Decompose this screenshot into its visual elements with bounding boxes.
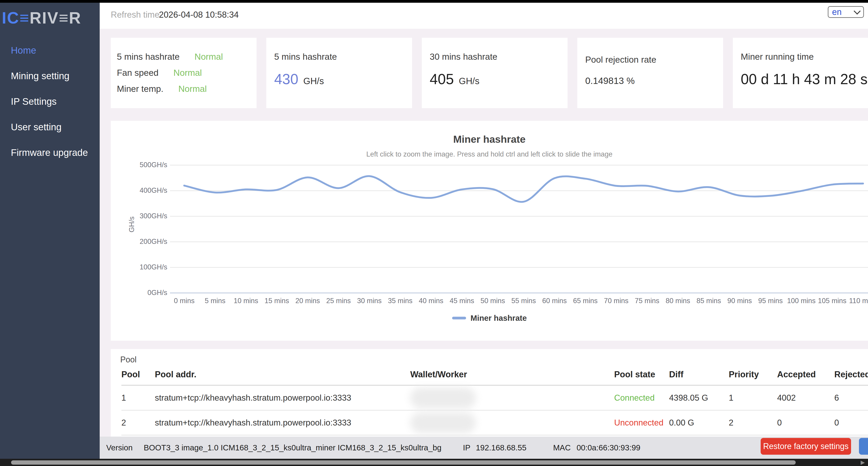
legend-line-marker [452,317,466,319]
pool-cell: 6 [834,385,868,410]
partial-blue-button[interactable] [859,438,868,455]
pool-table: PoolPool addr.Wallet/WorkerPool stateDif… [121,364,868,435]
y-tick-label: 100GH/s [111,263,167,271]
pool-cell: 0 [834,410,868,435]
mac-value: 00:0a:66:30:93:99 [577,443,640,452]
pool-col-header: Diff [669,364,729,385]
table-row: 1stratum+tcp://kheavyhash.stratum.powerp… [121,385,868,410]
x-tick-label: 110 mins [844,297,868,305]
pool-cell: 4398.05 G [669,385,729,410]
card-5min-hashrate: 5 mins hashrate 430 GH/s [266,38,412,108]
status-card: 5 mins hashrate Normal Fan speed Normal … [111,38,256,108]
hashrate-chart-panel[interactable]: Miner hashrate Left click to zoom the im… [111,121,868,341]
card-label: Miner running time [741,52,868,62]
pool-cell: 0 [777,410,834,435]
pool-col-header: Rejected [834,364,868,385]
pool-cell: 4002 [777,385,834,410]
topbar: Refresh time 2026-04-08 10:58:34 en [100,3,868,29]
pool-col-header: Pool addr. [155,364,410,385]
y-tick-label: 300GH/s [111,212,167,220]
status-label: Fan speed [117,68,158,78]
pool-cell: 0.00 G [669,410,729,435]
card-unit: GH/s [459,76,479,86]
language-select[interactable]: en [828,6,864,18]
mac-label: MAC [553,443,571,452]
y-axis-name: GH/s [128,216,136,233]
restore-factory-settings-button[interactable]: Restore factory settings [761,438,851,455]
sidebar-menu: HomeMining settingIP SettingsUser settin… [11,45,88,173]
pool-cell: 1 [729,385,777,410]
table-row: 2stratum+tcp://kheavyhash.stratum.powerp… [121,410,868,435]
top-strip [0,0,868,3]
pool-cell: 2 [121,410,155,435]
sidebar-item-mining-setting[interactable]: Mining setting [11,70,88,82]
pool-cell: stratum+tcp://kheavyhash.stratum.powerpo… [155,410,410,435]
status-badge: Normal [174,68,202,78]
pool-col-header: Accepted [777,364,834,385]
y-tick-label: 0GH/s [111,289,167,297]
status-badge: Normal [194,52,223,62]
pool-state-cell: Connected [614,385,669,410]
pool-col-header: Priority [729,364,777,385]
refresh-time-label: Refresh time [111,10,159,20]
pool-col-header: Wallet/Worker [410,364,614,385]
pool-cell: 2 [729,410,777,435]
status-row-fan: Fan speed Normal [117,68,256,78]
language-value: en [832,7,842,17]
card-pool-rejection: Pool rejection rate 0.149813 % [577,38,723,108]
chevron-down-icon [854,7,861,14]
status-label: 5 mins hashrate [117,52,180,62]
pool-section-title: Pool [120,355,136,365]
iceriver-logo: IC≡RIV≡R [2,8,81,27]
status-row-temp: Miner temp. Normal [117,84,256,94]
card-value: 430 [274,71,298,88]
pool-table-header-row: PoolPool addr.Wallet/WorkerPool stateDif… [121,364,868,385]
version-label: Version [106,443,133,452]
pool-state-cell: Unconnected [614,410,669,435]
y-tick-label: 200GH/s [111,237,167,246]
pool-col-header: Pool [121,364,155,385]
sidebar-item-ip-settings[interactable]: IP Settings [11,96,88,107]
sidebar: IC≡RIV≡R HomeMining settingIP SettingsUs… [0,3,100,459]
card-unit: GH/s [303,76,324,86]
card-value: 405 [430,71,454,88]
card-label: 30 mins hashrate [430,52,567,62]
wallet-redacted-blur [410,387,476,408]
hashrate-line-chart[interactable] [111,121,868,341]
ip-label: IP [463,443,470,452]
status-label: Miner temp. [117,84,163,94]
card-value: 0.149813 % [585,76,635,86]
screen: IC≡RIV≡R HomeMining settingIP SettingsUs… [0,0,868,466]
chart-legend[interactable]: Miner hashrate [111,314,868,323]
card-value: 00 d 11 h 43 m 28 s [741,71,868,88]
version-bar: Version BOOT3_3 image_1.0 ICM168_3_2_15_… [100,437,868,459]
pool-cell: stratum+tcp://kheavyhash.stratum.powerpo… [155,385,410,410]
status-badge: Normal [178,84,207,94]
pool-cell: 1 [121,385,155,410]
card-label: Pool rejection rate [585,52,723,65]
sidebar-item-user-setting[interactable]: User setting [11,121,88,133]
scrollbar-thumb[interactable] [11,460,796,465]
pool-col-header: Pool state [614,364,669,385]
horizontal-scrollbar[interactable]: ▶ [0,459,868,466]
version-value: BOOT3_3 image_1.0 ICM168_3_2_15_ks0ultra… [144,443,441,452]
sidebar-item-firmware-upgrade[interactable]: Firmware upgrade [11,147,88,158]
wallet-worker-cell [410,410,614,435]
logo-blue-part: IC≡ [2,9,30,27]
ip-value: 192.168.68.55 [476,443,526,452]
card-label: 5 mins hashrate [274,52,412,62]
status-row-hashrate: 5 mins hashrate Normal [117,52,256,62]
sidebar-item-home[interactable]: Home [11,45,88,56]
card-running-time: Miner running time 00 d 11 h 43 m 28 s [733,38,868,108]
refresh-time-value: 2026-04-08 10:58:34 [159,10,239,20]
card-30min-hashrate: 30 mins hashrate 405 GH/s [422,38,567,108]
legend-label: Miner hashrate [471,314,527,323]
hashrate-series-line [184,176,863,202]
pool-panel: Pool PoolPool addr.Wallet/WorkerPool sta… [111,349,868,437]
wallet-worker-cell [410,385,614,410]
y-tick-label: 400GH/s [111,186,167,195]
y-tick-label: 500GH/s [111,161,167,169]
wallet-redacted-blur [410,412,476,433]
scrollbar-right-arrow-icon[interactable]: ▶ [861,459,865,466]
logo-silver-part: RIV≡R [30,9,81,27]
